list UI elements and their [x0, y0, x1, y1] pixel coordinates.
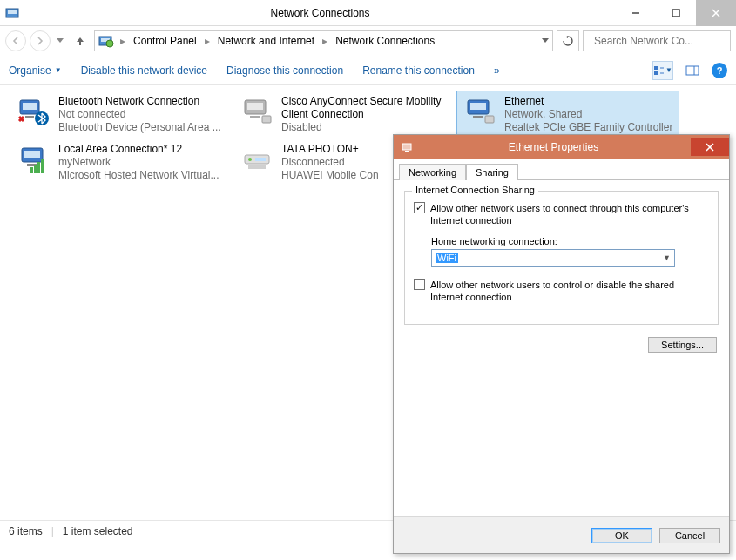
item-status: Disconnected [281, 156, 379, 169]
group-legend: Internet Connection Sharing [412, 185, 538, 195]
svg-point-8 [106, 40, 113, 47]
chevron-right-icon: ▸ [320, 35, 330, 47]
view-options-button[interactable]: ▼ [652, 61, 673, 80]
item-status: Not connected [58, 108, 221, 121]
preview-pane-button[interactable] [682, 61, 703, 80]
connection-item-cisco[interactable]: Cisco AnyConnect Secure Mobility Client … [233, 91, 456, 138]
svg-rect-27 [473, 116, 483, 118]
item-status: Disabled [281, 121, 450, 134]
allow-connect-label: Allow other network users to connect thr… [430, 202, 709, 227]
item-name: Local Area Connection* 12 [58, 143, 219, 156]
help-button[interactable]: ? [712, 63, 727, 78]
dialog-tabs: Networking Sharing [394, 159, 729, 180]
item-device: Realtek PCIe GBE Family Controller [504, 121, 672, 134]
command-bar: Organise▼ Disable this network device Di… [0, 56, 736, 85]
rename-connection-button[interactable]: Rename this connection [362, 64, 475, 77]
allow-control-label: Allow other network users to control or … [430, 279, 709, 304]
maximize-button[interactable] [656, 0, 696, 26]
home-network-combo[interactable]: WiFi ▼ [431, 249, 675, 267]
svg-rect-35 [41, 159, 44, 173]
dialog-footer: OK Cancel [394, 516, 729, 553]
dialog-titlebar[interactable]: Ethernet Properties [394, 135, 729, 159]
svg-rect-40 [402, 144, 411, 150]
item-status: myNetwork [58, 156, 219, 169]
network-adapter-icon [17, 95, 51, 130]
modem-icon [240, 143, 274, 178]
svg-rect-32 [30, 167, 33, 173]
forward-button[interactable] [30, 30, 51, 51]
window-titlebar: Network Connections [0, 0, 736, 26]
item-device: Bluetooth Device (Personal Area ... [58, 121, 221, 134]
organise-menu[interactable]: Organise▼ [9, 64, 62, 77]
svg-rect-22 [247, 103, 263, 110]
tab-sharing[interactable]: Sharing [466, 164, 518, 180]
dialog-title: Ethernet Properties [416, 141, 691, 153]
svg-rect-28 [485, 116, 494, 123]
chevron-right-icon: ▸ [202, 35, 213, 47]
back-button[interactable] [5, 30, 26, 51]
svg-rect-34 [37, 162, 40, 173]
connection-item-ethernet[interactable]: Ethernet Network, Shared Realtek PCIe GB… [456, 91, 679, 138]
cancel-button[interactable]: Cancel [659, 528, 720, 543]
svg-rect-11 [654, 66, 658, 70]
status-selected-count: 1 item selected [63, 525, 133, 537]
svg-point-37 [248, 158, 252, 161]
disable-device-button[interactable]: Disable this network device [81, 64, 207, 77]
diagnose-connection-button[interactable]: Diagnose this connection [226, 64, 343, 77]
svg-rect-38 [255, 158, 266, 161]
dialog-close-button[interactable] [691, 138, 729, 156]
dialog-body: Internet Connection Sharing Allow other … [394, 180, 729, 516]
allow-control-checkbox-row[interactable]: Allow other network users to control or … [414, 279, 709, 304]
tab-networking[interactable]: Networking [399, 164, 466, 180]
window-sysicon [0, 0, 24, 26]
item-name: Bluetooth Network Connection [58, 95, 221, 108]
item-status: Network, Shared [504, 108, 672, 121]
refresh-button[interactable] [557, 30, 579, 51]
svg-rect-19 [25, 116, 34, 118]
svg-rect-26 [470, 103, 486, 110]
svg-rect-24 [262, 116, 271, 123]
home-network-value: WiFi [436, 253, 458, 263]
chevron-right-icon: ▸ [118, 35, 128, 47]
svg-rect-12 [654, 71, 658, 75]
ics-group: Internet Connection Sharing Allow other … [404, 191, 719, 325]
chevron-down-icon: ▼ [663, 253, 671, 262]
close-button[interactable] [696, 0, 736, 26]
svg-rect-41 [405, 151, 409, 152]
more-commands-button[interactable]: » [494, 64, 500, 77]
svg-rect-33 [34, 165, 37, 173]
svg-rect-18 [23, 103, 37, 110]
connection-item-bluetooth[interactable]: Bluetooth Network Connection Not connect… [10, 91, 233, 138]
breadcrumb-control-panel[interactable]: Control Panel [132, 34, 199, 48]
address-bar[interactable]: ▸ Control Panel ▸ Network and Internet ▸… [94, 30, 553, 51]
chevron-down-icon[interactable] [542, 38, 549, 44]
recent-locations-button[interactable] [54, 38, 66, 44]
allow-connect-checkbox-row[interactable]: Allow other network users to connect thr… [414, 202, 709, 227]
status-item-count: 6 items [9, 525, 43, 537]
settings-button[interactable]: Settings... [648, 337, 717, 353]
ethernet-properties-dialog: Ethernet Properties Networking Sharing I… [393, 134, 730, 554]
minimize-button[interactable] [616, 0, 656, 26]
svg-rect-39 [248, 165, 266, 169]
search-input[interactable] [594, 35, 725, 47]
window-title: Network Connections [24, 7, 616, 19]
item-name: Ethernet [504, 95, 672, 108]
checkbox-icon[interactable] [414, 202, 425, 213]
ok-button[interactable]: OK [591, 528, 652, 543]
breadcrumb-network-internet[interactable]: Network and Internet [216, 34, 316, 48]
connection-item-local-area[interactable]: Local Area Connection* 12 myNetwork Micr… [10, 138, 233, 186]
up-button[interactable] [70, 30, 91, 51]
home-network-label: Home networking connection: [431, 236, 709, 246]
network-adapter-icon [463, 95, 497, 130]
svg-rect-1 [8, 10, 17, 14]
checkbox-icon[interactable] [414, 279, 425, 290]
svg-rect-23 [250, 116, 260, 118]
item-name: Cisco AnyConnect Secure Mobility Client … [281, 95, 450, 121]
navigation-bar: ▸ Control Panel ▸ Network and Internet ▸… [0, 26, 736, 56]
network-adapter-icon [240, 95, 274, 130]
svg-rect-30 [24, 151, 40, 158]
svg-rect-15 [686, 66, 699, 75]
breadcrumb-network-connections[interactable]: Network Connections [334, 34, 436, 48]
item-name: TATA PHOTON+ [281, 143, 379, 156]
search-box[interactable] [583, 30, 731, 51]
